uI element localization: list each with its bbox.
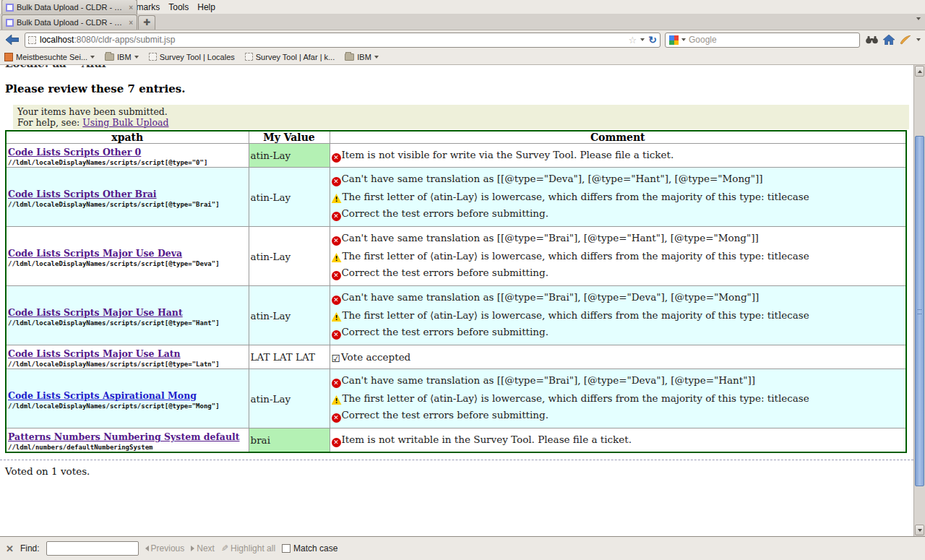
xpath-path: //ldml/localeDisplayNames/scripts/script… — [8, 402, 247, 410]
url-bar[interactable]: localhost:8080/cldr-apps/submit.jsp ☆ ↻ — [25, 33, 661, 48]
xpath-path: //ldml/localeDisplayNames/scripts/script… — [8, 159, 247, 166]
comment-text: The first letter of ⟨atin-Lay⟩ is lowerc… — [343, 191, 809, 202]
toolbar-overflow-icon[interactable] — [916, 38, 921, 41]
xpath-link[interactable]: Code Lists Scripts Major Use Hant — [8, 307, 183, 318]
comment-line: Can't have same translation as [[@type="… — [332, 173, 905, 186]
my-value-cell: atin-Lay — [249, 227, 330, 286]
error-icon — [332, 153, 341, 163]
vertical-scrollbar[interactable] — [913, 65, 925, 536]
bookmark-dropdown-icon[interactable] — [90, 56, 95, 59]
review-heading: Please review these 7 entries. — [5, 82, 913, 95]
find-previous-button[interactable]: Previous — [145, 543, 185, 553]
check-icon — [332, 354, 341, 363]
match-case-toggle[interactable]: Match case — [282, 543, 337, 553]
comment-text: Correct the test errors before submittin… — [342, 267, 548, 278]
comment-cell: Item is not writable in the Survey Tool.… — [330, 428, 906, 453]
find-input[interactable] — [46, 541, 139, 556]
xpath-link[interactable]: Code Lists Scripts Other 0 — [8, 147, 141, 158]
folder-icon — [345, 53, 354, 61]
url-text[interactable]: localhost:8080/cldr-apps/submit.jsp — [40, 35, 625, 45]
comment-line: Correct the test errors before submittin… — [332, 326, 905, 340]
comment-text: Can't have same translation as [[@type="… — [342, 173, 763, 184]
col-header-xpath: xpath — [6, 131, 249, 144]
comment-text: Vote accepted — [341, 351, 410, 363]
bookmark-dropdown-icon[interactable] — [134, 56, 139, 59]
home-icon[interactable] — [883, 35, 895, 45]
bookmark-star-icon[interactable]: ☆ — [629, 35, 637, 45]
scroll-down-button[interactable] — [915, 525, 924, 535]
scroll-up-icon — [918, 70, 922, 73]
comment-line: Correct the test errors before submittin… — [332, 267, 905, 280]
menu-help[interactable]: Help — [193, 1, 220, 13]
bookmark-item-1[interactable]: Meistbesuchte Sei... — [4, 53, 95, 61]
error-icon — [332, 296, 341, 305]
navigation-toolbar: localhost:8080/cldr-apps/submit.jsp ☆ ↻ … — [0, 30, 925, 49]
xpath-cell: Code Lists Scripts Aspirational Mong//ld… — [6, 369, 249, 428]
bookmark-item-5[interactable]: IBM — [345, 53, 379, 61]
quill-icon[interactable] — [900, 35, 911, 45]
comment-line: The first letter of ⟨atin-Lay⟩ is lowerc… — [332, 309, 905, 322]
xpath-link[interactable]: Code Lists Scripts Aspirational Mong — [8, 390, 197, 401]
comment-cell: Can't have same translation as [[@type="… — [330, 227, 906, 286]
bulk-upload-help-link[interactable]: Using Bulk Upload — [82, 117, 168, 128]
xpath-link[interactable]: Code Lists Scripts Other Brai — [8, 189, 157, 199]
xpath-link[interactable]: Code Lists Scripts Major Use Latn — [8, 348, 181, 359]
tab-close-icon[interactable]: × — [129, 19, 133, 27]
comment-line: Vote accepted — [332, 351, 905, 363]
search-engine-dropdown-icon[interactable] — [681, 38, 686, 41]
bookmark-label: IBM — [117, 53, 132, 61]
url-dropdown-icon[interactable] — [640, 38, 645, 41]
comment-line: Item is not visible for write via the Su… — [332, 149, 905, 163]
bookmark-item-4[interactable]: Survey Tool | Afar | k... — [245, 53, 335, 61]
tab-3[interactable]: Bulk Data Upload - CLDR - Un...× — [1, 14, 137, 30]
error-icon — [332, 330, 341, 340]
page-content: Locale: aa - 'Afar' Please review these … — [0, 65, 925, 536]
error-icon — [332, 379, 341, 388]
find-next-button[interactable]: Next — [191, 543, 215, 553]
search-bar[interactable]: Google — [665, 33, 860, 48]
tab-bar: SurveyTool File Submission | ...×Bulk Da… — [0, 14, 925, 30]
comment-text: Item is not visible for write via the Su… — [342, 149, 674, 160]
xpath-path: //ldml/localeDisplayNames/scripts/script… — [8, 361, 247, 368]
menu-bar: FileEditViewHistoryBookmarksToolsHelp — [0, 0, 925, 14]
bookmark-label: Survey Tool | Locales — [160, 53, 235, 61]
my-value-cell: atin-Lay — [249, 144, 330, 168]
bookmark-item-2[interactable]: IBM — [105, 53, 139, 61]
bookmarks-bar: Meistbesuchte Sei...IBMSurvey Tool | Loc… — [0, 49, 925, 65]
find-close-icon[interactable]: ✕ — [6, 543, 14, 554]
table-row-6: Code Lists Scripts Aspirational Mong//ld… — [6, 369, 906, 428]
search-placeholder[interactable]: Google — [689, 35, 856, 45]
list-all-tabs-icon[interactable] — [916, 17, 921, 20]
page-icon — [245, 53, 253, 61]
menu-tools[interactable]: Tools — [164, 1, 193, 13]
binoculars-icon[interactable] — [866, 35, 878, 45]
xpath-cell: Code Lists Scripts Major Use Hant//ldml/… — [6, 286, 249, 345]
comment-text: Can't have same translation as [[@type="… — [342, 232, 759, 244]
xpath-path: //ldml/localeDisplayNames/scripts/script… — [8, 201, 247, 208]
bookmark-dropdown-icon[interactable] — [374, 56, 379, 59]
scroll-up-button[interactable] — [915, 66, 924, 77]
bookmark-label: IBM — [357, 53, 371, 61]
my-value-cell: LAT LAT LAT — [249, 345, 330, 369]
comment-text: Can't have same translation as [[@type="… — [342, 291, 760, 303]
back-button[interactable] — [4, 33, 20, 47]
error-icon — [332, 438, 341, 447]
bookmark-item-3[interactable]: Survey Tool | Locales — [149, 53, 235, 61]
scroll-down-icon — [918, 529, 922, 532]
warning-icon — [332, 395, 342, 405]
bookmark-label: Meistbesuchte Sei... — [16, 53, 87, 61]
new-tab-button[interactable]: ✚ — [138, 15, 155, 30]
reload-icon[interactable]: ↻ — [648, 35, 657, 45]
tab-2[interactable]: Bulk Data Upload - CLDR - Un...× — [1, 0, 137, 14]
highlight-all-button[interactable]: ✎Highlight all — [221, 543, 275, 553]
scrollbar-thumb[interactable] — [915, 136, 924, 486]
tab-close-icon[interactable]: × — [129, 4, 133, 12]
xpath-cell: Code Lists Scripts Other Brai//ldml/loca… — [6, 168, 249, 227]
comment-cell: Can't have same translation as [[@type="… — [330, 168, 906, 227]
xpath-link[interactable]: Code Lists Scripts Major Use Deva — [8, 248, 182, 259]
xpath-link[interactable]: Patterns Numbers Numbering System defaul… — [8, 431, 240, 442]
match-case-checkbox[interactable] — [282, 544, 291, 553]
comment-line: The first letter of ⟨atin-Lay⟩ is lowerc… — [332, 191, 905, 203]
highlighter-icon: ✎ — [221, 543, 228, 553]
comment-text: The first letter of ⟨atin-Lay⟩ is lowerc… — [343, 309, 809, 321]
